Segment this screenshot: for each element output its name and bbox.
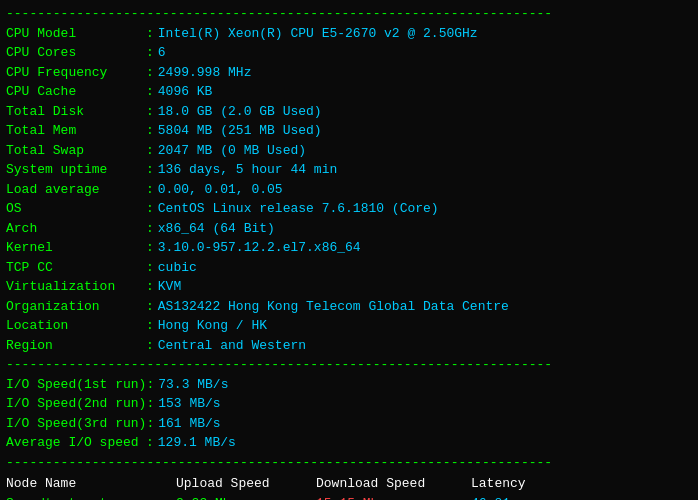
- terminal-output: ----------------------------------------…: [6, 4, 692, 500]
- info-label-5: Total Mem: [6, 121, 146, 141]
- info-value-2: 2499.998 MHz: [158, 63, 252, 83]
- info-label-10: Arch: [6, 219, 146, 239]
- io-value-1: 153 MB/s: [158, 394, 220, 414]
- info-sep-13: :: [146, 277, 154, 297]
- io-label-0: I/O Speed(1st run): [6, 375, 146, 395]
- info-value-1: 6: [158, 43, 166, 63]
- col-header-upload: Upload Speed: [176, 474, 316, 494]
- info-sep-4: :: [146, 102, 154, 122]
- info-row: Load average : 0.00, 0.01, 0.05: [6, 180, 692, 200]
- divider-bottom: ----------------------------------------…: [6, 453, 692, 473]
- info-row: Virtualization : KVM: [6, 277, 692, 297]
- info-label-7: System uptime: [6, 160, 146, 180]
- info-sep-9: :: [146, 199, 154, 219]
- info-label-14: Organization: [6, 297, 146, 317]
- info-value-3: 4096 KB: [158, 82, 213, 102]
- info-value-14: AS132422 Hong Kong Telecom Global Data C…: [158, 297, 509, 317]
- info-sep-0: :: [146, 24, 154, 44]
- info-row: Total Mem : 5804 MB (251 MB Used): [6, 121, 692, 141]
- info-row: Total Swap : 2047 MB (0 MB Used): [6, 141, 692, 161]
- info-value-8: 0.00, 0.01, 0.05: [158, 180, 283, 200]
- info-value-12: cubic: [158, 258, 197, 278]
- system-info-section: CPU Model : Intel(R) Xeon(R) CPU E5-2670…: [6, 24, 692, 356]
- info-value-15: Hong Kong / HK: [158, 316, 267, 336]
- info-sep-14: :: [146, 297, 154, 317]
- io-row: I/O Speed(1st run) : 73.3 MB/s: [6, 375, 692, 395]
- io-row: I/O Speed(3rd run) : 161 MB/s: [6, 414, 692, 434]
- io-label-1: I/O Speed(2nd run): [6, 394, 146, 414]
- info-row: TCP CC : cubic: [6, 258, 692, 278]
- divider-mid: ----------------------------------------…: [6, 355, 692, 375]
- info-value-11: 3.10.0-957.12.2.el7.x86_64: [158, 238, 361, 258]
- info-row: Total Disk : 18.0 GB (2.0 GB Used): [6, 102, 692, 122]
- info-row: Arch : x86_64 (64 Bit): [6, 219, 692, 239]
- io-value-3: 129.1 MB/s: [158, 433, 236, 453]
- speedtest-upload: 2.23 Mbps: [176, 494, 316, 501]
- info-row: Kernel : 3.10.0-957.12.2.el7.x86_64: [6, 238, 692, 258]
- info-sep-1: :: [146, 43, 154, 63]
- info-label-13: Virtualization: [6, 277, 146, 297]
- io-row: Average I/O speed : 129.1 MB/s: [6, 433, 692, 453]
- table-row: Speedtest.net 2.23 Mbps 15.15 Mbps 46.81…: [6, 494, 692, 501]
- info-label-8: Load average: [6, 180, 146, 200]
- io-sep-3: :: [146, 433, 154, 453]
- divider-top: ----------------------------------------…: [6, 4, 692, 24]
- info-sep-6: :: [146, 141, 154, 161]
- info-sep-12: :: [146, 258, 154, 278]
- io-speed-section: I/O Speed(1st run) : 73.3 MB/s I/O Speed…: [6, 375, 692, 453]
- info-sep-5: :: [146, 121, 154, 141]
- info-label-16: Region: [6, 336, 146, 356]
- info-label-1: CPU Cores: [6, 43, 146, 63]
- info-sep-15: :: [146, 316, 154, 336]
- info-row: System uptime : 136 days, 5 hour 44 min: [6, 160, 692, 180]
- info-row: OS : CentOS Linux release 7.6.1810 (Core…: [6, 199, 692, 219]
- info-sep-16: :: [146, 336, 154, 356]
- io-row: I/O Speed(2nd run) : 153 MB/s: [6, 394, 692, 414]
- io-sep-2: :: [146, 414, 154, 434]
- info-label-2: CPU Frequency: [6, 63, 146, 83]
- info-label-12: TCP CC: [6, 258, 146, 278]
- io-value-0: 73.3 MB/s: [158, 375, 228, 395]
- info-sep-10: :: [146, 219, 154, 239]
- info-sep-7: :: [146, 160, 154, 180]
- info-sep-11: :: [146, 238, 154, 258]
- info-label-15: Location: [6, 316, 146, 336]
- speedtest-table: Node Name Upload Speed Download Speed La…: [6, 474, 692, 500]
- info-value-0: Intel(R) Xeon(R) CPU E5-2670 v2 @ 2.50GH…: [158, 24, 478, 44]
- info-row: CPU Frequency : 2499.998 MHz: [6, 63, 692, 83]
- info-sep-8: :: [146, 180, 154, 200]
- info-value-9: CentOS Linux release 7.6.1810 (Core): [158, 199, 439, 219]
- info-row: CPU Cores : 6: [6, 43, 692, 63]
- info-value-6: 2047 MB (0 MB Used): [158, 141, 306, 161]
- info-value-13: KVM: [158, 277, 181, 297]
- io-sep-1: :: [146, 394, 154, 414]
- info-label-0: CPU Model: [6, 24, 146, 44]
- io-label-2: I/O Speed(3rd run): [6, 414, 146, 434]
- info-value-4: 18.0 GB (2.0 GB Used): [158, 102, 322, 122]
- info-value-7: 136 days, 5 hour 44 min: [158, 160, 337, 180]
- io-sep-0: :: [146, 375, 154, 395]
- info-value-5: 5804 MB (251 MB Used): [158, 121, 322, 141]
- col-header-download: Download Speed: [316, 474, 471, 494]
- col-header-latency: Latency: [471, 474, 526, 494]
- speedtest-node: Speedtest.net: [6, 494, 176, 501]
- info-value-10: x86_64 (64 Bit): [158, 219, 275, 239]
- io-value-2: 161 MB/s: [158, 414, 220, 434]
- info-row: Organization : AS132422 Hong Kong Teleco…: [6, 297, 692, 317]
- io-label-3: Average I/O speed: [6, 433, 146, 453]
- info-value-16: Central and Western: [158, 336, 306, 356]
- info-row: CPU Model : Intel(R) Xeon(R) CPU E5-2670…: [6, 24, 692, 44]
- col-header-node: Node Name: [6, 474, 176, 494]
- info-label-3: CPU Cache: [6, 82, 146, 102]
- info-sep-2: :: [146, 63, 154, 83]
- info-row: Region : Central and Western: [6, 336, 692, 356]
- speedtest-download: 15.15 Mbps: [316, 494, 471, 501]
- info-label-4: Total Disk: [6, 102, 146, 122]
- speedtest-latency: 46.81 ms: [471, 494, 533, 501]
- info-label-9: OS: [6, 199, 146, 219]
- info-row: Location : Hong Kong / HK: [6, 316, 692, 336]
- info-row: CPU Cache : 4096 KB: [6, 82, 692, 102]
- info-label-6: Total Swap: [6, 141, 146, 161]
- info-label-11: Kernel: [6, 238, 146, 258]
- info-sep-3: :: [146, 82, 154, 102]
